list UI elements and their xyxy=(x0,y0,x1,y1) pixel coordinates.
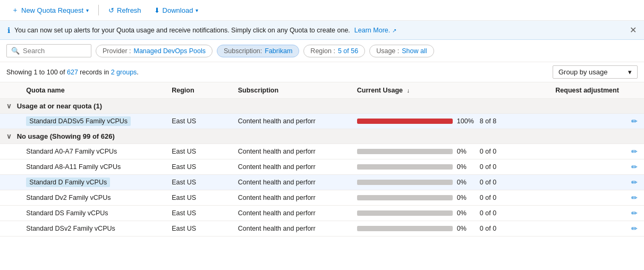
toolbar-divider xyxy=(98,5,99,15)
usage-cell: 100% 8 of 8 xyxy=(351,114,549,129)
usage-count-label: 0 of 0 xyxy=(480,179,504,186)
subscription-cell: Content health and perforr xyxy=(232,190,351,206)
quota-name-cell: Standard DSv2 Family vCPUs xyxy=(20,221,165,237)
row-toggle-cell xyxy=(0,190,20,206)
quota-name-cell: Standard A8-A11 Family vCPUs xyxy=(20,159,165,175)
col-usage-header[interactable]: Current Usage ↓ xyxy=(351,82,549,99)
download-button[interactable]: ⬇ Download ▾ xyxy=(149,4,204,16)
group-row: ∨ No usage (Showing 99 of 626) xyxy=(0,129,644,144)
group-by-dropdown[interactable]: Group by usage ▾ xyxy=(553,65,638,79)
table-row[interactable]: Standard DADSv5 Family vCPUs East US Con… xyxy=(0,114,644,129)
dropdown-chevron-icon: ▾ xyxy=(86,7,89,13)
usage-count-label: 0 of 0 xyxy=(480,163,504,171)
quota-name-cell: Standard Dv2 Family vCPUs xyxy=(20,190,165,206)
info-banner: ℹ You can now set up alerts for your Quo… xyxy=(0,21,644,40)
edit-icon[interactable]: ✏ xyxy=(631,224,638,233)
learn-more-link[interactable]: Learn More. ↗ xyxy=(354,27,396,34)
quota-name-highlight: Standard DADSv5 Family vCPUs xyxy=(26,116,131,126)
adjust-cell: ✏ xyxy=(549,175,644,190)
usage-cell: 0% 0 of 0 xyxy=(351,206,549,221)
new-quota-request-button[interactable]: ＋ New Quota Request ▾ xyxy=(6,3,94,17)
usage-pct-label: 0% xyxy=(457,225,476,232)
subscription-filter-chip[interactable]: Subscription: Fabrikam xyxy=(217,45,299,57)
usage-cell: 0% 0 of 0 xyxy=(351,159,549,175)
adjust-cell: ✏ xyxy=(549,159,644,175)
quota-name: Standard A8-A11 Family vCPUs xyxy=(26,163,121,171)
adjust-cell: ✏ xyxy=(549,190,644,206)
edit-icon[interactable]: ✏ xyxy=(631,147,638,156)
edit-icon[interactable]: ✏ xyxy=(631,117,638,125)
plus-icon: ＋ xyxy=(12,5,19,15)
refresh-button[interactable]: ↺ Refresh xyxy=(103,4,147,16)
banner-close-button[interactable]: ✕ xyxy=(630,25,637,35)
table-row[interactable]: Standard A0-A7 Family vCPUs East US Cont… xyxy=(0,144,644,159)
usage-bar-container: 0% 0 of 0 xyxy=(357,194,543,201)
search-icon: 🔍 xyxy=(11,47,20,55)
region-cell: East US xyxy=(165,221,232,237)
quota-name: Standard DSv2 Family vCPUs xyxy=(26,225,115,232)
region-cell: East US xyxy=(165,206,232,221)
table-row[interactable]: Standard DS Family vCPUs East US Content… xyxy=(0,206,644,221)
col-adjust-header: Request adjustment xyxy=(549,82,644,99)
table-row[interactable]: Standard Dv2 Family vCPUs East US Conten… xyxy=(0,190,644,206)
row-toggle-cell xyxy=(0,221,20,237)
edit-icon[interactable]: ✏ xyxy=(631,163,638,171)
subscription-label: Subscription: xyxy=(224,47,262,55)
row-toggle-cell xyxy=(0,114,20,129)
region-value: 5 of 56 xyxy=(338,47,358,55)
region-cell: East US xyxy=(165,144,232,159)
sort-arrow-icon: ↓ xyxy=(406,87,410,94)
subscription-cell: Content health and perforr xyxy=(232,206,351,221)
usage-count-label: 0 of 0 xyxy=(480,225,504,232)
results-text: Showing 1 to 100 of 627 records in 2 gro… xyxy=(6,69,139,76)
quota-name: Standard Dv2 Family vCPUs xyxy=(26,194,111,201)
table-row[interactable]: Standard A8-A11 Family vCPUs East US Con… xyxy=(0,159,644,175)
usage-bar-container: 100% 8 of 8 xyxy=(357,117,543,125)
subscription-value: Fabrikam xyxy=(265,47,292,55)
table-body: ∨ Usage at or near quota (1) Standard DA… xyxy=(0,99,644,237)
usage-bar-track xyxy=(357,226,453,231)
table-row[interactable]: Standard DSv2 Family vCPUs East US Conte… xyxy=(0,221,644,237)
adjust-cell: ✏ xyxy=(549,114,644,129)
usage-cell: 0% 0 of 0 xyxy=(351,144,549,159)
toolbar: ＋ New Quota Request ▾ ↺ Refresh ⬇ Downlo… xyxy=(0,0,644,21)
edit-icon[interactable]: ✏ xyxy=(631,178,638,187)
col-subscription-header: Subscription xyxy=(232,82,351,99)
quota-name: Standard A0-A7 Family vCPUs xyxy=(26,148,117,155)
provider-filter-chip[interactable]: Provider : Managed DevOps Pools xyxy=(96,45,213,57)
group-toggle[interactable]: ∨ xyxy=(6,102,12,110)
region-cell: East US xyxy=(165,114,232,129)
external-link-icon: ↗ xyxy=(392,28,396,33)
search-input[interactable] xyxy=(23,47,87,55)
edit-icon[interactable]: ✏ xyxy=(631,193,638,202)
row-toggle-cell xyxy=(0,144,20,159)
usage-count-label: 8 of 8 xyxy=(480,117,504,125)
group-name: Usage at or near quota (1) xyxy=(17,102,102,110)
usage-filter-chip[interactable]: Usage : Show all xyxy=(369,45,434,57)
edit-icon[interactable]: ✏ xyxy=(631,209,638,217)
info-icon: ℹ xyxy=(7,26,10,35)
subscription-cell: Content health and perforr xyxy=(232,175,351,190)
quota-name-highlight: Standard D Family vCPUs xyxy=(26,178,110,187)
region-filter-chip[interactable]: Region : 5 of 56 xyxy=(303,45,365,57)
group-row-cell: ∨ Usage at or near quota (1) xyxy=(0,99,644,114)
subscription-cell: Content health and perforr xyxy=(232,221,351,237)
quota-name: Standard DS Family vCPUs xyxy=(26,209,108,217)
adjust-cell: ✏ xyxy=(549,206,644,221)
usage-cell: 0% 0 of 0 xyxy=(351,175,549,190)
chevron-down-icon: ▾ xyxy=(628,68,632,76)
quota-name-cell: Standard A0-A7 Family vCPUs xyxy=(20,144,165,159)
col-toggle-header xyxy=(0,82,20,99)
usage-bar-container: 0% 0 of 0 xyxy=(357,209,543,217)
usage-bar-track xyxy=(357,210,453,216)
adjust-cell: ✏ xyxy=(549,144,644,159)
search-box[interactable]: 🔍 xyxy=(6,44,91,57)
table-row[interactable]: Standard D Family vCPUs East US Content … xyxy=(0,175,644,190)
usage-bar-track xyxy=(357,164,453,170)
group-toggle[interactable]: ∨ xyxy=(6,132,12,140)
usage-bar-container: 0% 0 of 0 xyxy=(357,148,543,155)
col-region-header: Region xyxy=(165,82,232,99)
quota-table: Quota name Region Subscription Current U… xyxy=(0,82,644,237)
results-count: 627 xyxy=(67,69,78,76)
usage-bar-track xyxy=(357,180,453,185)
